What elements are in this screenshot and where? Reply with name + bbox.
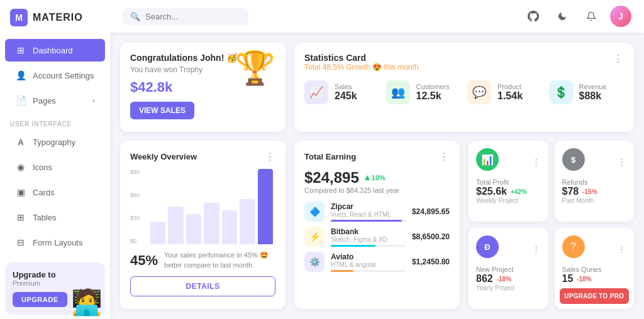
sidebar-item-cards[interactable]: ▣ Cards (5, 181, 105, 203)
stats-grid: 📈 Sales 245k 👥 Customers 12.5k 💬 (304, 80, 624, 104)
bar-6 (240, 199, 255, 244)
new-project-label: New Project (476, 266, 541, 273)
search-box[interactable]: 🔍 (123, 8, 248, 25)
congrats-card: Congratulations John! 🥳 You have won Tro… (120, 43, 286, 132)
aviato-value: $1,2450.80 (412, 257, 450, 266)
weekly-header: Weekly Overview ⋮ (130, 151, 275, 163)
earning-card: Total Earning ⋮ $24,895 10% Compared to … (294, 141, 460, 309)
mini-card-header-sales-queries: ? ⋮ (562, 235, 627, 262)
form-layouts-icon: ⊟ (15, 237, 26, 247)
earning-badge: 10% (364, 174, 386, 181)
earning-amount: $24,895 10% (304, 169, 450, 187)
sidebar-item-typography[interactable]: A Typography (5, 131, 105, 153)
sidebar-item-label: Form Layouts (33, 238, 82, 247)
refunds-label: Refunds (562, 178, 627, 186)
stats-card-title: Statistics Card (304, 53, 419, 63)
bar-1 (150, 222, 165, 244)
bar-3 (186, 214, 201, 244)
theme-toggle-button[interactable] (552, 6, 572, 26)
zipcar-sub: Vuejs, React & HTML (331, 211, 406, 218)
upgrade-subtitle: Premium (13, 279, 97, 287)
stat-customers-label: Customers (416, 83, 450, 90)
account-icon: 👤 (15, 70, 26, 80)
logo-text: MATERIO (33, 12, 83, 23)
new-project-icon: Ð (476, 235, 499, 258)
mini-card-total-profit: 📊 ⋮ Total Profit $25.6k +42% Weekly Proj… (469, 141, 548, 222)
earning-compare: Compared to $84,325 last year (304, 187, 450, 194)
new-project-badge: -18% (497, 276, 511, 283)
stat-product-label: Product (497, 83, 523, 90)
sidebar-item-tables[interactable]: ⊞ Tables (5, 206, 105, 229)
mini-card-refunds: $ ⋮ Refunds $78 -15% Past Month (555, 141, 635, 222)
earning-list: 🔷 Zipcar Vuejs, React & HTML $24,895.65 … (304, 202, 450, 272)
chart-area: $90 $60 $30 $0 (130, 169, 275, 244)
sidebar-item-form-layouts[interactable]: ⊟ Form Layouts (5, 231, 105, 254)
tables-icon: ⊞ (15, 212, 26, 222)
weekly-description: Your sales perfomance in 45% 🤩 better co… (164, 251, 275, 270)
mini-card-header-refunds: $ ⋮ (562, 148, 627, 175)
aviato-sub: HTML & angular (331, 261, 406, 268)
chevron-right-icon: › (92, 97, 95, 104)
profit-card-menu[interactable]: ⋮ (532, 157, 541, 166)
user-avatar[interactable]: J (610, 6, 631, 27)
header: 🔍 J (110, 0, 644, 33)
stat-product-value: 1.54k (497, 90, 523, 102)
sales-queries-badge: -18% (577, 276, 591, 283)
new-project-sub: Yearly Project (476, 284, 541, 291)
weekly-title: Weekly Overview (130, 152, 197, 161)
content-grid: Congratulations John! 🥳 You have won Tro… (110, 33, 644, 319)
refunds-sub: Past Month (562, 197, 627, 204)
zipcar-value: $24,895.65 (412, 207, 450, 216)
upgrade-figure: 🧑‍💻 (71, 289, 103, 315)
ui-section-label: USER INTERFACE (0, 113, 110, 130)
bar-7-highlight (258, 169, 273, 244)
refunds-badge: -15% (582, 188, 597, 195)
profit-badge: +42% (511, 188, 527, 195)
stats-card-menu[interactable]: ⋮ (613, 53, 624, 65)
stat-customers-value: 12.5k (416, 90, 450, 102)
stat-sales-value: 245k (335, 90, 357, 102)
upgrade-section: Upgrade to Premium UPGRADE 🧑‍💻 (5, 262, 105, 315)
refunds-icon: $ (562, 148, 585, 171)
sidebar-item-dashboard[interactable]: ⊞ Dashboard (5, 39, 105, 62)
upgrade-button[interactable]: UPGRADE (13, 292, 67, 307)
icons-icon: ◉ (15, 162, 26, 172)
sidebar-item-label: Icons (33, 163, 52, 172)
sidebar-item-pages[interactable]: 📄 Pages › (5, 89, 105, 112)
bar-5 (222, 210, 237, 244)
mini-card-header-new-project: Ð ⋮ (476, 235, 541, 262)
profit-sub: Weekly Project (476, 197, 541, 204)
sales-queries-card-menu[interactable]: ⋮ (618, 244, 626, 254)
stats-card-header: Statistics Card Total 48.5% Growth 😍 thi… (304, 53, 624, 72)
search-input[interactable] (145, 12, 241, 21)
weekly-card-menu[interactable]: ⋮ (265, 151, 275, 163)
view-sales-button[interactable]: VIEW SALES (130, 102, 194, 119)
profit-value: $25.6k (476, 186, 507, 197)
upgrade-to-pro-button[interactable]: UPGRADE TO PRO (560, 288, 630, 304)
weekly-stats: 45% Your sales perfomance in 45% 🤩 bette… (130, 251, 275, 270)
profit-label: Total Profit (476, 178, 541, 186)
refunds-card-menu[interactable]: ⋮ (618, 157, 626, 166)
sidebar-item-label: Account Settings (33, 71, 94, 80)
details-button[interactable]: DETAILS (130, 276, 275, 296)
stat-revenue-label: Revenue (579, 83, 607, 90)
customers-icon-box: 👥 (386, 80, 410, 104)
earning-card-menu[interactable]: ⋮ (439, 151, 450, 163)
sidebar-item-icons[interactable]: ◉ Icons (5, 156, 105, 178)
refunds-value: $78 (562, 186, 579, 197)
earning-item-zipcar: 🔷 Zipcar Vuejs, React & HTML $24,895.65 (304, 202, 450, 222)
product-icon-box: 💬 (467, 80, 491, 104)
sidebar-item-account-settings[interactable]: 👤 Account Settings (5, 64, 105, 87)
profit-icon: 📊 (476, 148, 499, 171)
logo-icon: M (10, 9, 28, 26)
notifications-button[interactable] (581, 6, 601, 26)
sidebar: M MATERIO ⊞ Dashboard 👤 Account Settings… (0, 0, 110, 319)
earning-title: Total Earning (304, 152, 356, 161)
trophy-icon: 🏆 (235, 49, 275, 87)
upgrade-title: Upgrade to (13, 270, 97, 279)
github-icon-button[interactable] (523, 6, 543, 26)
header-icons: J (523, 6, 631, 27)
aviato-icon: ⚙️ (304, 252, 325, 272)
sales-queries-value: 15 (562, 273, 574, 284)
new-project-card-menu[interactable]: ⋮ (532, 244, 541, 254)
